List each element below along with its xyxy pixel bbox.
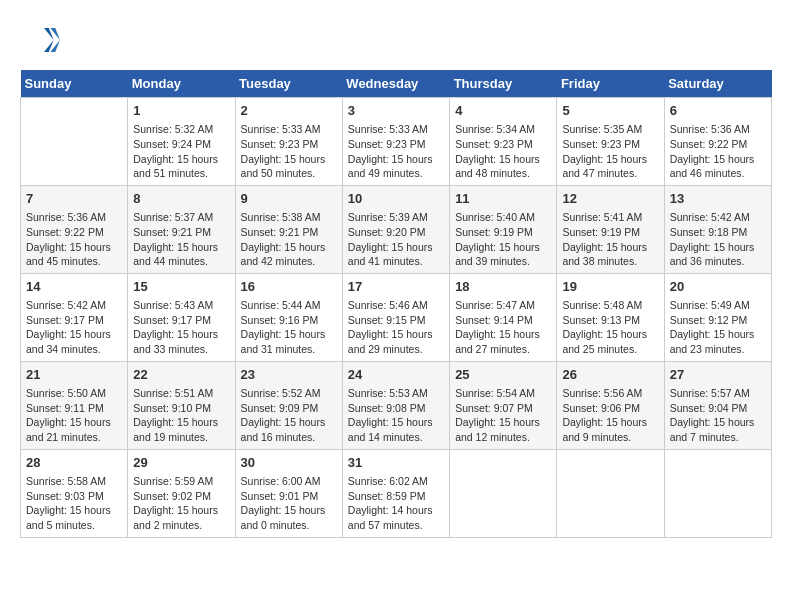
day-info: Sunrise: 5:33 AM Sunset: 9:23 PM Dayligh… — [348, 122, 444, 181]
calendar-cell: 21Sunrise: 5:50 AM Sunset: 9:11 PM Dayli… — [21, 361, 128, 449]
day-number: 5 — [562, 102, 658, 120]
weekday-header-monday: Monday — [128, 70, 235, 98]
calendar-cell: 7Sunrise: 5:36 AM Sunset: 9:22 PM Daylig… — [21, 185, 128, 273]
calendar-cell: 18Sunrise: 5:47 AM Sunset: 9:14 PM Dayli… — [450, 273, 557, 361]
day-number: 9 — [241, 190, 337, 208]
calendar-cell: 31Sunrise: 6:02 AM Sunset: 8:59 PM Dayli… — [342, 449, 449, 537]
day-info: Sunrise: 5:35 AM Sunset: 9:23 PM Dayligh… — [562, 122, 658, 181]
day-info: Sunrise: 5:46 AM Sunset: 9:15 PM Dayligh… — [348, 298, 444, 357]
calendar-cell: 11Sunrise: 5:40 AM Sunset: 9:19 PM Dayli… — [450, 185, 557, 273]
day-number: 20 — [670, 278, 766, 296]
day-info: Sunrise: 5:42 AM Sunset: 9:17 PM Dayligh… — [26, 298, 122, 357]
calendar-week-row: 14Sunrise: 5:42 AM Sunset: 9:17 PM Dayli… — [21, 273, 772, 361]
weekday-header-wednesday: Wednesday — [342, 70, 449, 98]
weekday-header-tuesday: Tuesday — [235, 70, 342, 98]
day-number: 18 — [455, 278, 551, 296]
day-info: Sunrise: 5:56 AM Sunset: 9:06 PM Dayligh… — [562, 386, 658, 445]
day-info: Sunrise: 6:02 AM Sunset: 8:59 PM Dayligh… — [348, 474, 444, 533]
logo-icon — [20, 20, 60, 60]
day-info: Sunrise: 5:33 AM Sunset: 9:23 PM Dayligh… — [241, 122, 337, 181]
day-number: 16 — [241, 278, 337, 296]
day-info: Sunrise: 5:41 AM Sunset: 9:19 PM Dayligh… — [562, 210, 658, 269]
weekday-header-saturday: Saturday — [664, 70, 771, 98]
day-number: 13 — [670, 190, 766, 208]
calendar-cell: 24Sunrise: 5:53 AM Sunset: 9:08 PM Dayli… — [342, 361, 449, 449]
calendar-cell — [21, 98, 128, 186]
day-info: Sunrise: 5:50 AM Sunset: 9:11 PM Dayligh… — [26, 386, 122, 445]
day-info: Sunrise: 5:48 AM Sunset: 9:13 PM Dayligh… — [562, 298, 658, 357]
day-number: 19 — [562, 278, 658, 296]
day-number: 29 — [133, 454, 229, 472]
calendar-cell — [450, 449, 557, 537]
day-number: 30 — [241, 454, 337, 472]
day-info: Sunrise: 5:52 AM Sunset: 9:09 PM Dayligh… — [241, 386, 337, 445]
calendar-cell: 12Sunrise: 5:41 AM Sunset: 9:19 PM Dayli… — [557, 185, 664, 273]
day-number: 15 — [133, 278, 229, 296]
day-number: 12 — [562, 190, 658, 208]
day-info: Sunrise: 5:58 AM Sunset: 9:03 PM Dayligh… — [26, 474, 122, 533]
calendar-cell: 29Sunrise: 5:59 AM Sunset: 9:02 PM Dayli… — [128, 449, 235, 537]
calendar-cell — [557, 449, 664, 537]
day-info: Sunrise: 5:34 AM Sunset: 9:23 PM Dayligh… — [455, 122, 551, 181]
calendar-cell: 6Sunrise: 5:36 AM Sunset: 9:22 PM Daylig… — [664, 98, 771, 186]
calendar-cell: 27Sunrise: 5:57 AM Sunset: 9:04 PM Dayli… — [664, 361, 771, 449]
day-number: 21 — [26, 366, 122, 384]
calendar-cell: 9Sunrise: 5:38 AM Sunset: 9:21 PM Daylig… — [235, 185, 342, 273]
day-info: Sunrise: 5:49 AM Sunset: 9:12 PM Dayligh… — [670, 298, 766, 357]
day-number: 6 — [670, 102, 766, 120]
day-info: Sunrise: 5:36 AM Sunset: 9:22 PM Dayligh… — [670, 122, 766, 181]
day-info: Sunrise: 5:59 AM Sunset: 9:02 PM Dayligh… — [133, 474, 229, 533]
day-info: Sunrise: 5:37 AM Sunset: 9:21 PM Dayligh… — [133, 210, 229, 269]
calendar-table: SundayMondayTuesdayWednesdayThursdayFrid… — [20, 70, 772, 538]
day-info: Sunrise: 5:40 AM Sunset: 9:19 PM Dayligh… — [455, 210, 551, 269]
day-number: 23 — [241, 366, 337, 384]
day-number: 4 — [455, 102, 551, 120]
day-number: 22 — [133, 366, 229, 384]
calendar-cell: 22Sunrise: 5:51 AM Sunset: 9:10 PM Dayli… — [128, 361, 235, 449]
calendar-cell: 13Sunrise: 5:42 AM Sunset: 9:18 PM Dayli… — [664, 185, 771, 273]
day-number: 11 — [455, 190, 551, 208]
calendar-cell: 19Sunrise: 5:48 AM Sunset: 9:13 PM Dayli… — [557, 273, 664, 361]
day-number: 7 — [26, 190, 122, 208]
logo — [20, 20, 64, 60]
calendar-cell: 10Sunrise: 5:39 AM Sunset: 9:20 PM Dayli… — [342, 185, 449, 273]
weekday-header-sunday: Sunday — [21, 70, 128, 98]
calendar-week-row: 28Sunrise: 5:58 AM Sunset: 9:03 PM Dayli… — [21, 449, 772, 537]
day-info: Sunrise: 6:00 AM Sunset: 9:01 PM Dayligh… — [241, 474, 337, 533]
calendar-cell: 20Sunrise: 5:49 AM Sunset: 9:12 PM Dayli… — [664, 273, 771, 361]
day-number: 28 — [26, 454, 122, 472]
day-info: Sunrise: 5:57 AM Sunset: 9:04 PM Dayligh… — [670, 386, 766, 445]
page-header — [20, 20, 772, 60]
day-number: 25 — [455, 366, 551, 384]
calendar-week-row: 21Sunrise: 5:50 AM Sunset: 9:11 PM Dayli… — [21, 361, 772, 449]
day-number: 31 — [348, 454, 444, 472]
weekday-header-row: SundayMondayTuesdayWednesdayThursdayFrid… — [21, 70, 772, 98]
day-number: 26 — [562, 366, 658, 384]
calendar-cell: 25Sunrise: 5:54 AM Sunset: 9:07 PM Dayli… — [450, 361, 557, 449]
day-info: Sunrise: 5:51 AM Sunset: 9:10 PM Dayligh… — [133, 386, 229, 445]
day-number: 2 — [241, 102, 337, 120]
day-number: 8 — [133, 190, 229, 208]
day-number: 24 — [348, 366, 444, 384]
day-info: Sunrise: 5:36 AM Sunset: 9:22 PM Dayligh… — [26, 210, 122, 269]
day-number: 3 — [348, 102, 444, 120]
calendar-cell: 28Sunrise: 5:58 AM Sunset: 9:03 PM Dayli… — [21, 449, 128, 537]
calendar-cell: 2Sunrise: 5:33 AM Sunset: 9:23 PM Daylig… — [235, 98, 342, 186]
calendar-cell: 17Sunrise: 5:46 AM Sunset: 9:15 PM Dayli… — [342, 273, 449, 361]
calendar-week-row: 1Sunrise: 5:32 AM Sunset: 9:24 PM Daylig… — [21, 98, 772, 186]
calendar-cell — [664, 449, 771, 537]
day-info: Sunrise: 5:43 AM Sunset: 9:17 PM Dayligh… — [133, 298, 229, 357]
day-number: 14 — [26, 278, 122, 296]
day-info: Sunrise: 5:32 AM Sunset: 9:24 PM Dayligh… — [133, 122, 229, 181]
svg-marker-0 — [50, 28, 60, 52]
calendar-cell: 14Sunrise: 5:42 AM Sunset: 9:17 PM Dayli… — [21, 273, 128, 361]
day-info: Sunrise: 5:54 AM Sunset: 9:07 PM Dayligh… — [455, 386, 551, 445]
calendar-cell: 23Sunrise: 5:52 AM Sunset: 9:09 PM Dayli… — [235, 361, 342, 449]
day-number: 17 — [348, 278, 444, 296]
day-number: 27 — [670, 366, 766, 384]
calendar-cell: 16Sunrise: 5:44 AM Sunset: 9:16 PM Dayli… — [235, 273, 342, 361]
calendar-cell: 4Sunrise: 5:34 AM Sunset: 9:23 PM Daylig… — [450, 98, 557, 186]
day-info: Sunrise: 5:42 AM Sunset: 9:18 PM Dayligh… — [670, 210, 766, 269]
day-info: Sunrise: 5:44 AM Sunset: 9:16 PM Dayligh… — [241, 298, 337, 357]
day-info: Sunrise: 5:53 AM Sunset: 9:08 PM Dayligh… — [348, 386, 444, 445]
